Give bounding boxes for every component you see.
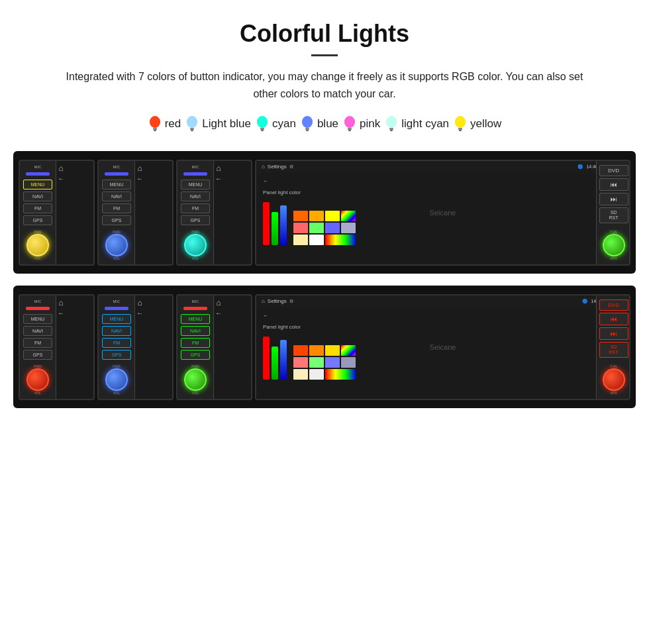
menu-btn-1[interactable]: MENU [23,180,52,189]
back-icon-5[interactable]: ← [136,309,143,317]
color-item-yellow: yellow [453,115,501,133]
svg-point-13 [302,116,313,128]
color-item-blue: blue [300,115,338,133]
svg-rect-18 [348,128,352,130]
bulb-icon-lightcyan [384,115,399,133]
navi-btn-4[interactable]: NAVI [23,326,52,336]
unit-row-2: MIC MENU NAVI FM GPS PWR VOL ⌂ [13,286,636,408]
gps-btn-6[interactable]: GPS [181,350,210,360]
unit6-nav: ⌂ ← [214,295,223,399]
svg-rect-10 [260,128,264,130]
sd-btn-1[interactable]: SDRST [599,207,628,224]
svg-point-21 [386,116,397,128]
menu-btn-6[interactable]: MENU [181,314,210,324]
screen-content-2: ← Panel light color [256,307,629,399]
unit5-nav: ⌂ ← [135,295,144,399]
mic-label-2: MIC [113,165,121,169]
color-item-pink: pink [342,115,380,133]
menu-btn-5[interactable]: MENU [102,314,131,324]
gps-btn-2[interactable]: GPS [102,215,131,225]
back-icon-4[interactable]: ← [58,309,64,317]
prev-btn-2[interactable]: ⏮ [599,313,628,325]
svg-rect-2 [153,128,157,130]
unit1-nav: ⌂ ← [56,161,66,264]
fm-btn-1[interactable]: FM [23,203,52,213]
fm-btn-6[interactable]: FM [181,338,210,348]
settings-label-1: Settings [268,164,287,170]
color-label-yellow: yellow [470,117,501,131]
sd-btn-2[interactable]: SDRST [599,342,628,358]
home-icon-2[interactable]: ⌂ [137,164,142,173]
mic-label-6: MIC [192,299,199,303]
next-btn-1[interactable]: ⏭ [599,193,628,205]
gps-btn-5[interactable]: GPS [102,350,131,360]
unit4-nav: ⌂ ← [56,295,66,399]
gps-btn-1[interactable]: GPS [23,215,52,225]
description-text: Integrated with 7 colors of button indic… [53,68,596,102]
home-icon-1[interactable]: ⌂ [58,164,63,173]
fm-btn-2[interactable]: FM [102,203,131,213]
navi-btn-3[interactable]: NAVI [181,191,210,201]
svg-rect-3 [154,130,156,131]
mic-label-3: MIC [192,165,199,169]
ir-bar-2 [105,172,128,176]
fm-btn-4[interactable]: FM [23,338,52,348]
prev-btn-1[interactable]: ⏮ [599,178,628,191]
status-bar-1: ⌂ Settings ⚙ 🔵 14:40 📷 ⬜ ⬛ [256,161,629,173]
gps-btn-4[interactable]: GPS [23,350,52,360]
units-section: MIC MENU NAVI FM GPS PWR VOL ⌂ [13,151,636,408]
ir-bar-3 [183,172,207,176]
ir-bar-5 [105,307,128,310]
navi-btn-6[interactable]: NAVI [181,326,210,336]
right-panel-2: DVD ⏮ ⏭ SDRST TUN APS [596,295,630,399]
dvd-btn-2[interactable]: DVD [599,299,628,311]
menu-btn-2[interactable]: MENU [102,180,131,189]
svg-rect-11 [261,130,264,131]
bulb-icon-yellow [453,115,468,133]
unit6-left-panel: MIC MENU NAVI FM GPS PWR VOL [177,295,214,399]
back-icon-2[interactable]: ← [136,175,143,182]
svg-rect-19 [348,130,351,131]
unit-row-1: MIC MENU NAVI FM GPS PWR VOL ⌂ [13,151,636,274]
panel-light-label-1: Panel light color [263,189,623,195]
navi-btn-5[interactable]: NAVI [102,326,131,336]
color-item-red: red [148,115,181,133]
bulb-icon-pink [342,115,357,133]
home-icon-4[interactable]: ⌂ [58,298,63,307]
menu-btn-3[interactable]: MENU [181,180,210,189]
dvd-btn-1[interactable]: DVD [599,165,628,176]
home-icon-3[interactable]: ⌂ [216,164,221,173]
navi-btn-1[interactable]: NAVI [23,191,52,201]
color-label-cyan: cyan [272,117,296,131]
unit5-left-panel: MIC MENU NAVI FM GPS PWR VOL [99,295,135,399]
mic-label-4: MIC [34,299,42,303]
color-label-lightcyan: light cyan [401,117,449,131]
panel-light-label-2: Panel light color [263,324,623,330]
color-label-blue: blue [317,117,338,131]
gps-btn-3[interactable]: GPS [181,215,210,225]
home-icon-5[interactable]: ⌂ [137,298,142,307]
fm-btn-5[interactable]: FM [102,338,131,348]
back-icon-3[interactable]: ← [215,175,222,182]
mic-label-5: MIC [113,299,121,303]
back-icon-1[interactable]: ← [58,175,64,182]
unit2-nav: ⌂ ← [135,161,144,264]
back-icon-6[interactable]: ← [215,309,222,317]
color-item-lightblue: Light blue [185,115,251,133]
navi-btn-2[interactable]: NAVI [102,191,131,201]
svg-rect-22 [389,128,393,130]
color-swatches-2 [293,345,356,380]
svg-rect-26 [458,128,462,130]
menu-btn-4[interactable]: MENU [23,314,52,324]
next-btn-2[interactable]: ⏭ [599,327,628,340]
page-container: Colorful Lights Integrated with 7 colors… [0,0,649,428]
bulb-icon-lightblue [185,115,199,133]
svg-point-25 [455,116,466,128]
svg-rect-27 [459,130,462,131]
fm-btn-3[interactable]: FM [181,203,210,213]
title-divider [311,54,338,56]
home-icon-6[interactable]: ⌂ [216,298,221,307]
unit2-left-panel: MIC MENU NAVI FM GPS PWR VOL [99,161,135,264]
svg-rect-14 [305,128,309,130]
color-swatches-1 [293,211,356,245]
